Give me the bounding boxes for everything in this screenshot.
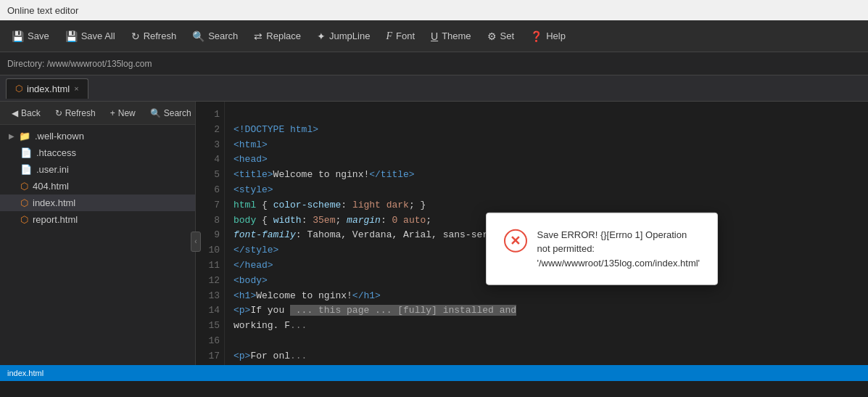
search-button[interactable]: 🔍 Search [185,26,245,46]
sidebar-new-label: New [118,108,136,118]
sidebar-toolbar: ◀ Back ↻ Refresh + New 🔍 Search [0,102,195,125]
set-icon: ⚙ [487,30,497,42]
tree-item-htaccess[interactable]: 📄 .htaccess [0,144,195,161]
sidebar-refresh-button[interactable]: ↻ Refresh [49,106,102,120]
error-x-icon: ✕ [510,232,521,248]
sidebar-new-icon: + [110,108,115,118]
html-icon: ⬡ [20,197,28,208]
tree-item-404html[interactable]: ⬡ 404.html [0,178,195,195]
file-tree: ▶ 📁 .well-known 📄 .htaccess 📄 .user.ini … [0,125,195,381]
tree-item-label: report.html [33,214,78,225]
error-modal: ✕ Save ERROR! {}[Errno 1] Operation not … [486,212,718,285]
font-label: Font [396,30,415,41]
tab-close-button[interactable]: × [74,84,78,93]
refresh-label: Refresh [144,30,177,41]
toolbar: 💾 Save 💾 Save All ↻ Refresh 🔍 Search ⇄ R… [0,20,868,52]
refresh-button[interactable]: ↻ Refresh [124,26,184,46]
tree-item-label: .htaccess [36,147,76,158]
help-icon: ❓ [530,30,542,42]
status-text: index.html [7,369,44,377]
chevron-left-icon: ‹ [194,237,197,245]
sidebar: ◀ Back ↻ Refresh + New 🔍 Search ▶ 📁 .we [0,102,196,381]
search-label: Search [208,30,238,41]
tree-item-label: index.html [33,197,75,208]
collapse-sidebar-button[interactable]: ‹ [191,232,201,252]
tab-filename: index.html [27,83,70,94]
save-all-icon: 💾 [65,30,78,42]
tree-item-label: 404.html [33,181,69,192]
theme-label: Theme [442,30,471,41]
save-label: Save [28,30,49,41]
sidebar-refresh-label: Refresh [65,108,96,118]
folder-icon: 📁 [19,131,30,142]
jumpline-button[interactable]: ✦ JumpLine [310,26,377,46]
tree-item-userini[interactable]: 📄 .user.ini [0,161,195,178]
html-icon: ⬡ [20,214,28,225]
file-icon: 📄 [20,164,32,175]
app-title: Online text editor [7,5,78,16]
save-icon: 💾 [12,30,24,42]
tree-item-indexhtml[interactable]: ⬡ index.html [0,195,195,211]
back-label: Back [21,108,41,118]
help-label: Help [546,30,566,41]
error-message: Save ERROR! {}[Errno 1] Operation not pe… [537,227,700,270]
search-icon: 🔍 [192,30,204,42]
replace-button[interactable]: ⇄ Replace [247,26,308,46]
set-button[interactable]: ⚙ Set [480,26,522,46]
file-icon: 📄 [20,147,32,158]
chevron-right-icon: ▶ [9,132,15,140]
sidebar-search-button[interactable]: 🔍 Search [144,106,196,120]
jumpline-icon: ✦ [317,30,326,42]
tree-item-label: .well-known [35,131,84,142]
replace-label: Replace [266,30,301,41]
sidebar-search-icon: 🔍 [150,108,161,118]
directory-bar: Directory: /www/wwwroot/135log.com [0,52,868,75]
theme-icon: U [431,30,438,42]
sidebar-back-button[interactable]: ◀ Back [6,106,46,120]
font-button[interactable]: F Font [379,26,422,46]
sidebar-new-button[interactable]: + New [104,106,141,120]
error-icon: ✕ [504,229,527,252]
file-tab[interactable]: ⬡ index.html × [6,78,88,99]
sidebar-refresh-icon: ↻ [55,108,62,118]
replace-icon: ⇄ [254,30,263,42]
status-bar: index.html [0,365,868,381]
editor-area: 12345 678910 1112131415 1617181920 21222… [196,102,868,381]
font-icon: F [386,30,392,42]
help-button[interactable]: ❓ Help [523,26,573,46]
set-label: Set [500,30,515,41]
tree-item-reporthtml[interactable]: ⬡ report.html [0,211,195,228]
html-icon: ⬡ [20,181,28,192]
jumpline-label: JumpLine [329,30,370,41]
tree-item-label: .user.ini [36,164,69,175]
save-all-label: Save All [81,30,115,41]
directory-path: Directory: /www/wwwroot/135log.com [7,59,152,69]
back-arrow-icon: ◀ [12,108,18,118]
save-button[interactable]: 💾 Save [4,26,57,46]
tab-html-icon: ⬡ [15,83,22,94]
tree-item-well-known[interactable]: ▶ 📁 .well-known [0,128,195,144]
save-all-button[interactable]: 💾 Save All [58,26,123,46]
refresh-icon: ↻ [131,30,140,42]
tab-bar: ⬡ index.html × [0,75,868,102]
title-bar: Online text editor [0,0,868,20]
sidebar-search-label: Search [164,108,191,118]
theme-button[interactable]: U Theme [423,26,479,46]
